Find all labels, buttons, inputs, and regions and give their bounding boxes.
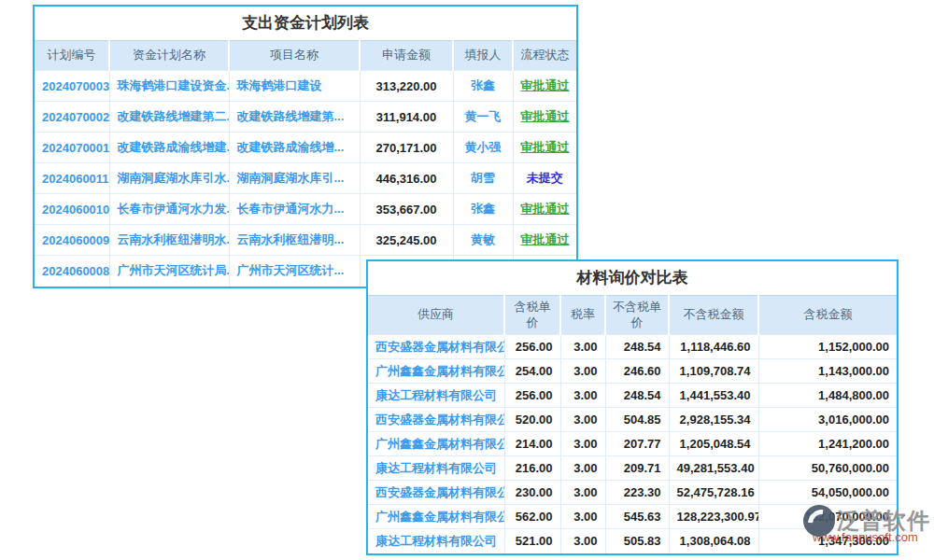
quote-table: 供应商含税单价税率不含税单价不含税金额含税金额 西安盛器金属材料有限公司256.…: [368, 295, 897, 553]
plan-name-link[interactable]: 改建铁路成渝线增建...: [109, 133, 229, 163]
tax-amount-cell: 1,241,200.00: [758, 432, 897, 456]
plan-id-link[interactable]: 2024070001: [35, 133, 109, 163]
tax-price-cell: 520.00: [504, 408, 560, 432]
supplier-link[interactable]: 广州鑫鑫金属材料有限公司: [368, 505, 504, 529]
status-badge[interactable]: 未提交: [513, 163, 576, 194]
supplier-link[interactable]: 康达工程材料有限公司: [368, 456, 504, 481]
supplier-link[interactable]: 康达工程材料有限公司: [368, 384, 504, 408]
plan-id-link[interactable]: 2024070003: [35, 71, 109, 102]
net-price-cell: 505.83: [605, 529, 669, 553]
tax-amount-cell: 1,152,000.00: [758, 335, 897, 359]
tax-rate-cell: 3.00: [560, 335, 605, 359]
quote-table-title: 材料询价对比表: [368, 261, 897, 295]
tax-rate-cell: 3.00: [560, 384, 605, 408]
column-header: 含税金额: [758, 296, 897, 335]
supplier-link[interactable]: 西安盛器金属材料有限公司: [368, 408, 504, 432]
tax-price-cell: 214.00: [504, 432, 560, 456]
person-link[interactable]: 黄小强: [453, 133, 513, 163]
table-row: 2024070003珠海鹤港口建设资金...珠海鹤港口建设313,220.00张…: [35, 71, 576, 102]
supplier-link[interactable]: 广州鑫鑫金属材料有限公司: [368, 359, 504, 384]
project-name-link[interactable]: 长春市伊通河水力...: [229, 194, 360, 225]
plan-name-link[interactable]: 改建铁路线增建第二...: [109, 102, 229, 133]
plan-name-link[interactable]: 湖南洞庭湖水库引水...: [109, 163, 229, 194]
column-header: 含税单价: [504, 296, 560, 335]
status-badge[interactable]: 审批通过: [513, 194, 576, 225]
amount-cell: 325,245.00: [360, 225, 453, 256]
tax-amount-cell: 1,347,306.00: [758, 529, 897, 553]
table-row: 康达工程材料有限公司256.003.00248.541,441,553.401,…: [368, 384, 897, 408]
column-header: 资金计划名称: [109, 41, 229, 71]
quote-table-header-row: 供应商含税单价税率不含税单价不含税金额含税金额: [368, 296, 897, 335]
status-badge[interactable]: 审批通过: [513, 225, 576, 256]
table-row: 西安盛器金属材料有限公司230.003.00223.3052,475,728.1…: [368, 481, 897, 505]
table-row: 2024060011湖南洞庭湖水库引水...湖南洞庭湖水库引...446,316…: [35, 163, 576, 194]
net-price-cell: 545.63: [605, 505, 669, 529]
tax-amount-cell: 1,143,000.00: [758, 359, 897, 384]
table-row: 广州鑫鑫金属材料有限公司562.003.00545.63128,223,300.…: [368, 505, 897, 529]
tax-amount-cell: 3,016,000.00: [758, 408, 897, 432]
tax-rate-cell: 3.00: [560, 505, 605, 529]
person-link[interactable]: 黄敏: [453, 225, 513, 256]
tax-rate-cell: 3.00: [560, 456, 605, 481]
person-link[interactable]: 张鑫: [453, 71, 513, 102]
table-row: 西安盛器金属材料有限公司520.003.00504.852,928,155.34…: [368, 408, 897, 432]
tax-price-cell: 521.00: [504, 529, 560, 553]
status-badge[interactable]: 审批通过: [513, 133, 576, 163]
net-price-cell: 248.54: [605, 384, 669, 408]
net-price-cell: 248.54: [605, 335, 669, 359]
column-header: 不含税金额: [669, 296, 758, 335]
net-amount-cell: 1,441,553.40: [669, 384, 758, 408]
amount-cell: 313,220.00: [360, 71, 453, 102]
table-row: 广州鑫鑫金属材料有限公司254.003.00246.601,109,708.74…: [368, 359, 897, 384]
column-header: 税率: [560, 296, 605, 335]
plan-id-link[interactable]: 2024060010: [35, 194, 109, 225]
column-header: 流程状态: [513, 41, 576, 71]
net-amount-cell: 128,223,300.97: [669, 505, 758, 529]
plan-name-link[interactable]: 广州市天河区统计局...: [109, 256, 229, 287]
tax-price-cell: 230.00: [504, 481, 560, 505]
tax-amount-cell: 50,760,000.00: [758, 456, 897, 481]
supplier-link[interactable]: 康达工程材料有限公司: [368, 529, 504, 553]
person-link[interactable]: 黄一飞: [453, 102, 513, 133]
supplier-link[interactable]: 西安盛器金属材料有限公司: [368, 481, 504, 505]
net-amount-cell: 52,475,728.16: [669, 481, 758, 505]
supplier-link[interactable]: 西安盛器金属材料有限公司: [368, 335, 504, 359]
plan-name-link[interactable]: 珠海鹤港口建设资金...: [109, 71, 229, 102]
plan-table-header-row: 计划编号资金计划名称项目名称申请金额填报人流程状态: [35, 41, 576, 71]
person-link[interactable]: 张鑫: [453, 194, 513, 225]
column-header: 填报人: [453, 41, 513, 71]
project-name-link[interactable]: 云南水利枢纽潜明...: [229, 225, 360, 256]
table-row: 2024060010长春市伊通河水力发...长春市伊通河水力...353,667…: [35, 194, 576, 225]
plan-id-link[interactable]: 2024070002: [35, 102, 109, 133]
table-row: 2024060009云南水利枢纽潜明水...云南水利枢纽潜明...325,245…: [35, 225, 576, 256]
project-name-link[interactable]: 湖南洞庭湖水库引...: [229, 163, 360, 194]
table-row: 2024070002改建铁路线增建第二...改建铁路线增建第...311,914…: [35, 102, 576, 133]
project-name-link[interactable]: 改建铁路成渝线增...: [229, 133, 360, 163]
net-amount-cell: 2,928,155.34: [669, 408, 758, 432]
project-name-link[interactable]: 广州市天河区统计...: [229, 256, 360, 287]
supplier-link[interactable]: 广州鑫鑫金属材料有限公司: [368, 432, 504, 456]
project-name-link[interactable]: 改建铁路线增建第...: [229, 102, 360, 133]
tax-price-cell: 254.00: [504, 359, 560, 384]
plan-id-link[interactable]: 2024060008: [35, 256, 109, 287]
plan-name-link[interactable]: 长春市伊通河水力发...: [109, 194, 229, 225]
table-row: 康达工程材料有限公司216.003.00209.7149,281,553.405…: [368, 456, 897, 481]
plan-name-link[interactable]: 云南水利枢纽潜明水...: [109, 225, 229, 256]
tax-rate-cell: 3.00: [560, 529, 605, 553]
column-header: 计划编号: [35, 41, 109, 71]
net-amount-cell: 1,308,064.08: [669, 529, 758, 553]
net-price-cell: 223.30: [605, 481, 669, 505]
project-name-link[interactable]: 珠海鹤港口建设: [229, 71, 360, 102]
table-row: 西安盛器金属材料有限公司256.003.00248.541,118,446.60…: [368, 335, 897, 359]
net-price-cell: 207.77: [605, 432, 669, 456]
plan-table: 计划编号资金计划名称项目名称申请金额填报人流程状态 2024070003珠海鹤港…: [35, 40, 576, 287]
net-amount-cell: 1,205,048.54: [669, 432, 758, 456]
net-price-cell: 246.60: [605, 359, 669, 384]
plan-id-link[interactable]: 2024060011: [35, 163, 109, 194]
plan-id-link[interactable]: 2024060009: [35, 225, 109, 256]
status-badge[interactable]: 审批通过: [513, 102, 576, 133]
status-badge[interactable]: 审批通过: [513, 71, 576, 102]
column-header: 供应商: [368, 296, 504, 335]
person-link[interactable]: 胡雪: [453, 163, 513, 194]
table-row: 康达工程材料有限公司521.003.00505.831,308,064.081,…: [368, 529, 897, 553]
